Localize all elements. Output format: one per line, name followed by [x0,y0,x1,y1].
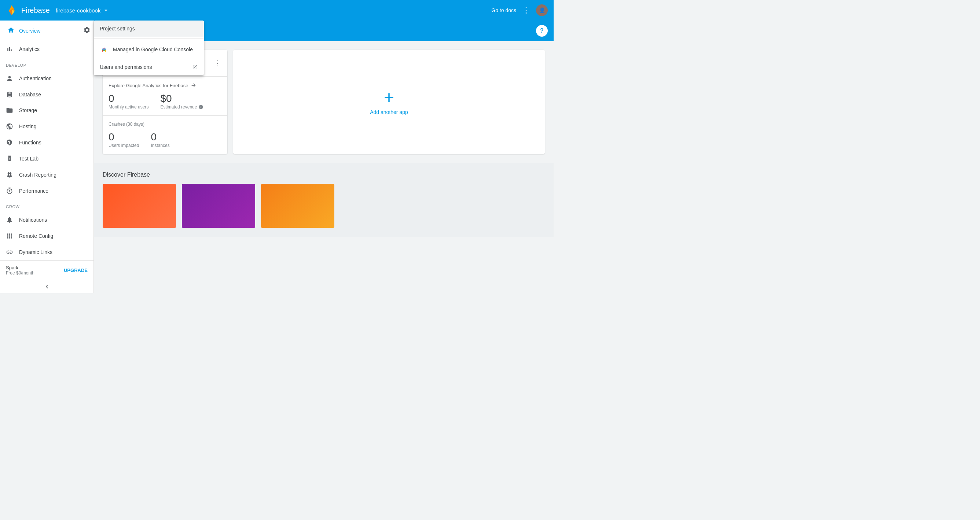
crash-reporting-label: Crash Reporting [19,172,56,178]
sidebar-item-dynamic-links[interactable]: Dynamic Links [0,244,94,260]
upgrade-button[interactable]: UPGRADE [64,268,88,273]
svg-point-5 [105,50,106,52]
authentication-label: Authentication [19,76,52,81]
logo-text: Firebase [21,6,50,15]
sidebar-item-remote-config[interactable]: Remote Config [0,228,94,244]
sidebar-item-database[interactable]: Database [0,87,94,103]
project-settings-item[interactable]: Project settings [94,21,204,36]
sidebar-item-storage[interactable]: Storage [0,102,94,118]
instances-stat: 0 Instances [151,131,169,148]
go-to-docs-link[interactable]: Go to docs [491,7,516,13]
sidebar-item-performance[interactable]: Performance [0,183,94,199]
sidebar-item-functions[interactable]: Functions [0,135,94,151]
bug-icon [6,171,13,178]
grow-section-label: GROW [0,199,94,212]
functions-label: Functions [19,140,41,146]
overview-label: Overview [19,28,40,34]
sidebar-item-authentication[interactable]: Authentication [0,70,94,87]
analytics-link-label: Explore Google Analytics for Firebase [108,83,188,88]
monthly-active-users-label: Monthly active users [108,105,148,109]
sidebar-item-testlab[interactable]: Test Lab [0,151,94,167]
sidebar: Overview Analytics DEVELOP Authenticatio… [0,21,94,293]
sidebar-overview-item[interactable]: Overview [3,21,45,41]
test-lab-icon [6,155,13,162]
notifications-icon [6,216,13,224]
dropdown-chevron-icon [103,7,109,14]
settings-dropdown: Project settings Managed in Google Cloud… [94,21,204,75]
person-icon [6,75,13,82]
instances-label: Instances [151,143,169,148]
users-impacted-label: Users impacted [108,143,139,148]
discover-section: Discover Firebase [94,163,554,237]
app-card-more-button[interactable]: ⋮ [214,59,221,67]
firebase-logo-icon [6,5,18,16]
database-icon [6,91,13,98]
hosting-label: Hosting [19,124,36,129]
testlab-label: Test Lab [19,156,38,162]
estimated-revenue-stat: $0 Estimated revenue [160,93,204,109]
functions-icon [6,139,13,146]
info-icon [198,105,204,109]
plan-sublabel: Free $0/month [6,270,35,276]
dynamic-links-label: Dynamic Links [19,249,52,255]
svg-point-4 [102,50,103,52]
remote-config-icon [6,232,13,239]
crashes-label: Crashes (30 days) [108,122,221,127]
instances-value: 0 [151,131,169,143]
analytics-label: Analytics [19,46,40,52]
project-settings-label: Project settings [100,25,135,32]
add-another-app-card[interactable]: + Add another app [233,50,545,154]
logo: Firebase [6,5,50,16]
sidebar-item-notifications[interactable]: Notifications [0,212,94,228]
users-permissions-label: Users and permissions [100,64,152,70]
globe-icon [6,123,13,130]
link-icon [6,249,13,256]
topnav-more-icon[interactable]: ⋮ [522,5,530,15]
avatar[interactable]: 👤 [536,5,548,16]
add-app-plus-icon: + [384,89,394,106]
project-selector[interactable]: firebase-cookbook [56,7,110,14]
project-name: firebase-cookbook [56,7,101,14]
analytics-link[interactable]: Explore Google Analytics for Firebase [108,82,221,88]
external-link-icon [192,64,198,70]
discover-title: Discover Firebase [103,171,545,178]
develop-section-label: DEVELOP [0,57,94,70]
topnav: Firebase firebase-cookbook Go to docs ⋮ … [0,0,554,21]
sidebar-item-crash-reporting[interactable]: Crash Reporting [0,167,94,183]
remote-config-label: Remote Config [19,233,53,239]
sidebar-item-hosting[interactable]: Hosting [0,118,94,135]
folder-icon [6,107,13,114]
discover-card-2[interactable] [182,184,255,228]
database-label: Database [19,92,41,97]
users-permissions-item[interactable]: Users and permissions [94,59,204,75]
users-impacted-stat: 0 Users impacted [108,131,139,148]
bar-chart-icon [6,46,13,53]
help-button[interactable]: ? [536,25,548,36]
storage-label: Storage [19,107,37,113]
estimated-revenue-label: Estimated revenue [160,105,204,109]
estimated-revenue-value: $0 [160,93,204,105]
discover-card-3[interactable] [261,184,334,228]
timer-icon [6,187,13,195]
google-cloud-label: Managed in Google Cloud Console [113,46,193,52]
settings-gear-icon[interactable] [83,26,91,35]
users-impacted-value: 0 [108,131,139,143]
home-icon [7,26,15,35]
monthly-active-users-stat: 0 Monthly active users [108,93,148,109]
arrow-right-icon [191,82,197,88]
plan-label: Spark [6,265,35,270]
performance-label: Performance [19,188,48,194]
add-another-app-label: Add another app [370,109,408,115]
monthly-active-users-value: 0 [108,93,148,105]
sidebar-item-analytics[interactable]: Analytics [0,41,94,57]
google-cloud-icon [100,45,108,54]
notifications-label: Notifications [19,217,47,223]
discover-card-1[interactable] [103,184,176,228]
google-cloud-console-item[interactable]: Managed in Google Cloud Console [94,40,204,59]
collapse-sidebar-button[interactable] [0,280,94,293]
